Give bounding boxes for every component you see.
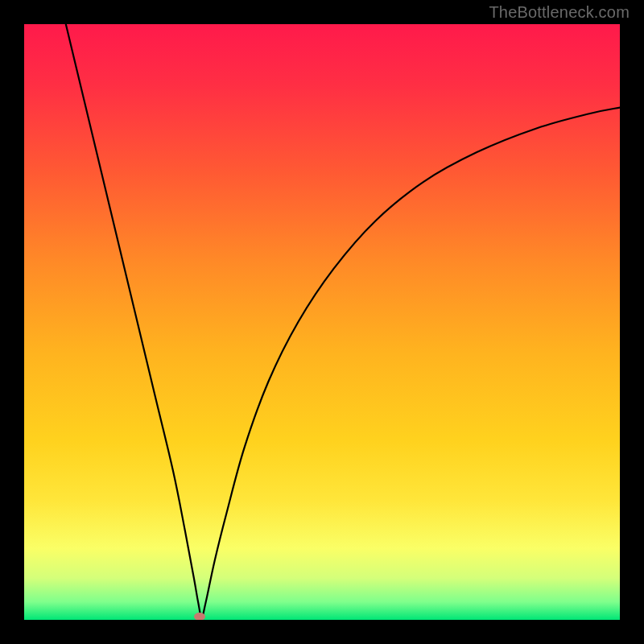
minimum-marker: [194, 613, 205, 620]
watermark-text: TheBottleneck.com: [489, 3, 630, 22]
chart-frame: TheBottleneck.com: [0, 0, 644, 644]
plot-area: [24, 24, 620, 620]
bottleneck-curve: [24, 24, 620, 620]
